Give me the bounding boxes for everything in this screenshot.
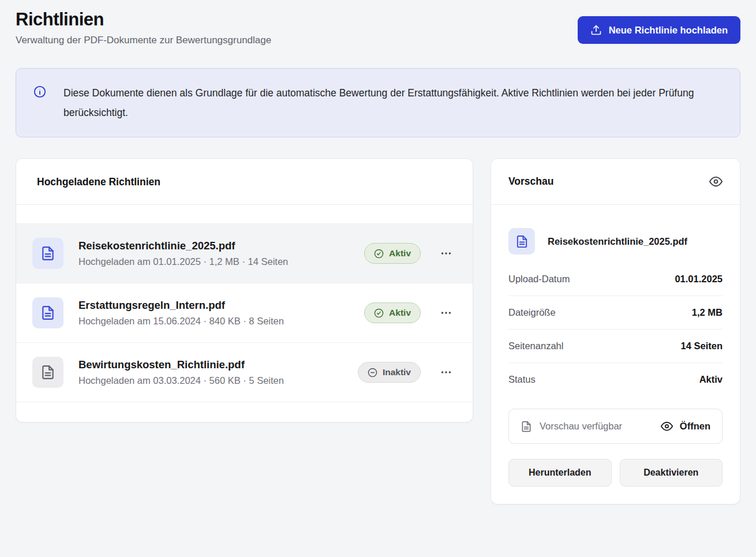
upload-icon xyxy=(590,24,602,36)
preview-filename: Reisekostenrichtlinie_2025.pdf xyxy=(548,236,687,247)
main-content: Hochgeladene Richtlinien Reisekostenrich… xyxy=(16,158,740,504)
more-options-button[interactable] xyxy=(435,361,458,384)
uploaded-policies-header: Hochgeladene Richtlinien xyxy=(16,159,473,205)
detail-label: Dateigröße xyxy=(508,307,556,318)
page-heading-group: Richtlinien Verwaltung der PDF-Dokumente… xyxy=(16,9,271,46)
policy-list-item[interactable]: Reisekostenrichtlinie_2025.pdf Hochgelad… xyxy=(16,224,473,283)
list-spacer xyxy=(16,205,473,224)
preview-details: Upload-Datum 01.01.2025 Dateigröße 1,2 M… xyxy=(508,263,723,396)
detail-value: Aktiv xyxy=(699,374,723,385)
detail-value: 01.01.2025 xyxy=(675,274,723,285)
info-banner: Diese Dokumente dienen als Grundlage für… xyxy=(16,68,740,137)
file-icon-tile xyxy=(508,228,535,255)
more-options-button[interactable] xyxy=(435,301,458,324)
page-title: Richtlinien xyxy=(16,9,271,30)
page-subtitle: Verwaltung der PDF-Dokumente zur Bewertu… xyxy=(16,35,271,46)
policies-page: Richtlinien Verwaltung der PDF-Dokumente… xyxy=(0,0,756,557)
open-preview-label: Öffnen xyxy=(680,421,710,432)
open-preview-button[interactable]: Öffnen xyxy=(661,420,710,432)
status-badge: Inaktiv xyxy=(358,362,421,383)
check-circle-icon xyxy=(374,308,384,318)
status-badge: Aktiv xyxy=(364,302,421,323)
minus-circle-icon xyxy=(368,368,377,377)
file-icon-tile xyxy=(32,357,63,388)
upload-policy-button-label: Neue Richtlinie hochladen xyxy=(609,25,728,36)
policy-list-item[interactable]: Bewirtungskosten_Richtlinie.pdf Hochgela… xyxy=(16,343,473,402)
detail-row: Seitenanzahl 14 Seiten xyxy=(508,330,723,363)
preview-available-label: Vorschau verfügbar xyxy=(540,421,622,432)
preview-file-row: Reisekostenrichtlinie_2025.pdf xyxy=(508,228,723,255)
uploaded-policies-title: Hochgeladene Richtlinien xyxy=(37,176,452,188)
preview-actions: Herunterladen Deaktivieren xyxy=(508,459,723,487)
file-icon-tile xyxy=(32,297,63,328)
file-text-icon xyxy=(40,365,55,380)
more-options-button[interactable] xyxy=(435,242,458,265)
policy-text: Bewirtungskosten_Richtlinie.pdf Hochgela… xyxy=(78,358,358,386)
download-button[interactable]: Herunterladen xyxy=(508,459,612,487)
detail-row: Status Aktiv xyxy=(508,363,723,396)
file-text-icon xyxy=(40,305,55,320)
preview-header: Vorschau xyxy=(491,159,740,205)
list-bottom-padding xyxy=(16,402,473,422)
file-icon-tile xyxy=(32,238,63,269)
policy-filename: Bewirtungskosten_Richtlinie.pdf xyxy=(78,358,358,371)
preview-available-left: Vorschau verfügbar xyxy=(521,421,622,432)
check-circle-icon xyxy=(374,249,384,259)
file-text-icon xyxy=(40,246,55,261)
detail-row: Dateigröße 1,2 MB xyxy=(508,296,723,330)
policy-meta: Hochgeladen am 01.01.2025 · 1,2 MB · 14 … xyxy=(78,256,364,267)
preview-eye-button[interactable] xyxy=(709,175,723,188)
preview-card: Vorschau Reisekostenrichtlinie_2025.pdf … xyxy=(491,158,740,504)
ellipsis-icon xyxy=(440,247,452,260)
status-badge-label: Inaktiv xyxy=(383,367,411,377)
ellipsis-icon xyxy=(440,366,452,379)
deactivate-button[interactable]: Deaktivieren xyxy=(620,459,723,487)
policy-meta: Hochgeladen am 15.06.2024 · 840 KB · 8 S… xyxy=(78,316,364,327)
preview-title: Vorschau xyxy=(508,175,553,188)
detail-row: Upload-Datum 01.01.2025 xyxy=(508,263,723,296)
policy-filename: Reisekostenrichtlinie_2025.pdf xyxy=(78,240,364,252)
detail-value: 14 Seiten xyxy=(681,341,723,352)
preview-body: Reisekostenrichtlinie_2025.pdf Upload-Da… xyxy=(491,205,740,504)
info-banner-text: Diese Dokumente dienen als Grundlage für… xyxy=(63,83,710,122)
policy-text: Reisekostenrichtlinie_2025.pdf Hochgelad… xyxy=(78,240,364,267)
ellipsis-icon xyxy=(440,306,452,319)
page-header: Richtlinien Verwaltung der PDF-Dokumente… xyxy=(16,9,740,46)
status-badge-label: Aktiv xyxy=(389,308,411,318)
file-text-icon xyxy=(521,421,532,432)
file-text-icon xyxy=(515,235,529,248)
uploaded-policies-card: Hochgeladene Richtlinien Reisekostenrich… xyxy=(16,158,473,423)
detail-label: Upload-Datum xyxy=(508,274,570,285)
status-badge: Aktiv xyxy=(364,243,421,264)
eye-icon xyxy=(709,175,723,188)
policy-meta: Hochgeladen am 03.03.2024 · 560 KB · 5 S… xyxy=(78,375,358,386)
upload-policy-button[interactable]: Neue Richtlinie hochladen xyxy=(578,16,740,44)
policy-filename: Erstattungsregeln_Intern.pdf xyxy=(78,299,364,312)
info-icon xyxy=(33,85,46,100)
detail-label: Status xyxy=(508,374,536,385)
policy-text: Erstattungsregeln_Intern.pdf Hochgeladen… xyxy=(78,299,364,327)
status-badge-label: Aktiv xyxy=(389,248,411,259)
detail-label: Seitenanzahl xyxy=(508,341,563,352)
preview-available-box: Vorschau verfügbar Öffnen xyxy=(508,409,723,444)
policy-list-item[interactable]: Erstattungsregeln_Intern.pdf Hochgeladen… xyxy=(16,283,473,343)
eye-icon xyxy=(661,420,673,432)
detail-value: 1,2 MB xyxy=(692,307,723,318)
